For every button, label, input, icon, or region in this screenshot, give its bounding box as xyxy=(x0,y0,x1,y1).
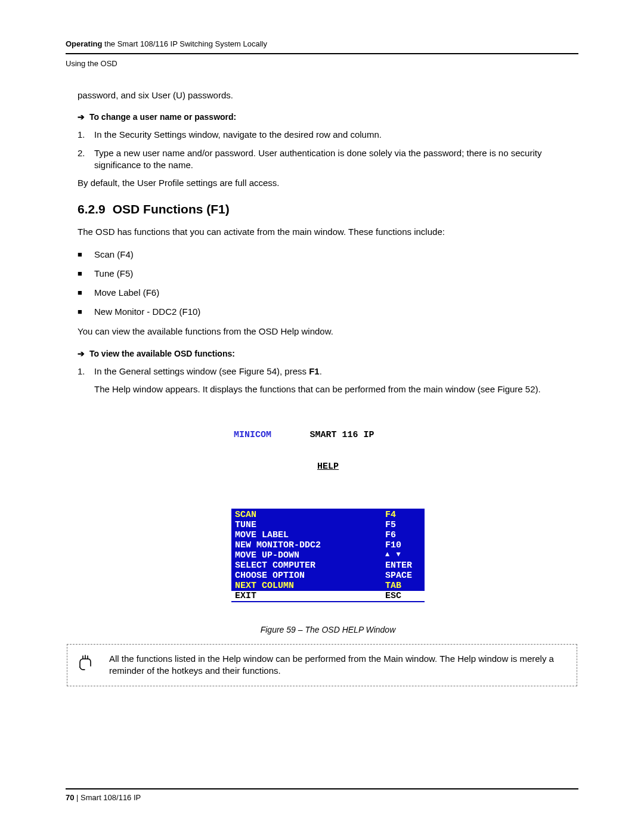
osd-row: NEW MONITOR-DDC2F10 xyxy=(235,540,421,550)
section-lead: The OSD has functions that you can activ… xyxy=(78,226,578,238)
change-steps: 1. In the Security Settings window, navi… xyxy=(78,129,578,171)
list-item: 2. Type a new user name and/or password.… xyxy=(78,147,578,172)
footer-rule xyxy=(66,788,578,789)
osd-list: SCANF4TUNEF5MOVE LABELF6NEW MONITOR-DDC2… xyxy=(231,509,425,602)
osd-row-key: F5 xyxy=(385,520,421,530)
intro-line: password, and six User (U) passwords. xyxy=(78,89,578,101)
osd-subtitle: HELP xyxy=(231,462,425,472)
osd-row-label: EXIT xyxy=(235,591,385,601)
step-number: 1. xyxy=(78,366,94,377)
function-list: ■Scan (F4) ■Tune (F5) ■Move Label (F6) ■… xyxy=(78,249,578,318)
square-bullet-icon: ■ xyxy=(78,268,94,279)
page-header: Operating the Smart 108/116 IP Switching… xyxy=(66,39,578,52)
note-box: All the functions listed in the Help win… xyxy=(67,644,577,686)
main-content: password, and six User (U) passwords. ➔ … xyxy=(66,89,578,634)
list-item: 1. In the General settings window (see F… xyxy=(78,366,578,377)
note-hand-icon xyxy=(76,653,95,675)
osd-row-label: TUNE xyxy=(235,520,385,530)
osd-row: TUNEF5 xyxy=(235,520,421,530)
view-steps: 1. In the General settings window (see F… xyxy=(78,366,578,377)
default-note: By default, the User Profile settings ar… xyxy=(78,177,578,189)
list-item: ■Tune (F5) xyxy=(78,268,578,279)
osd-row: SELECT COMPUTERENTER xyxy=(235,561,421,571)
osd-row-key: F4 xyxy=(385,510,421,520)
osd-figure: MINICOM SMART 116 IP HELP SCANF4TUNEF5MO… xyxy=(78,406,578,634)
square-bullet-icon: ■ xyxy=(78,249,94,260)
osd-row-label: MOVE UP-DOWN xyxy=(235,550,385,561)
section-number: 6.2.9 xyxy=(78,202,106,216)
change-heading: ➔ To change a user name or password: xyxy=(78,112,578,122)
osd-row: MOVE LABELF6 xyxy=(235,530,421,540)
osd-row: NEXT COLUMNTAB xyxy=(235,581,421,591)
page-number: 70 xyxy=(66,793,74,802)
osd-row-key: SPACE xyxy=(385,571,421,581)
osd-row-label: NEXT COLUMN xyxy=(235,581,385,591)
footer-sep: | xyxy=(74,793,80,802)
footer-doc: Smart 108/116 IP xyxy=(80,793,141,802)
osd-row-label: CHOOSE OPTION xyxy=(235,571,385,581)
osd-row-key: ▲ ▼ xyxy=(385,550,421,561)
osd-row-label: SELECT COMPUTER xyxy=(235,561,385,571)
osd-row-key: ESC xyxy=(385,591,421,601)
section-heading: 6.2.9OSD Functions (F1) xyxy=(78,202,578,216)
osd-title-bar: MINICOM SMART 116 IP HELP xyxy=(231,410,425,492)
section-title: OSD Functions (F1) xyxy=(113,202,230,216)
osd-row-label: MOVE LABEL xyxy=(235,530,385,540)
osd-title: SMART 116 IP xyxy=(271,430,425,440)
osd-row-key: TAB xyxy=(385,581,421,591)
figure-caption: Figure 59 – The OSD HELP Window xyxy=(78,625,578,634)
after-list: You can view the available functions fro… xyxy=(78,326,578,337)
square-bullet-icon: ■ xyxy=(78,306,94,317)
page-footer: 70 | Smart 108/116 IP xyxy=(66,788,578,802)
osd-row-label: SCAN xyxy=(235,510,385,520)
osd-row: SCANF4 xyxy=(235,510,421,520)
osd-row-label: NEW MONITOR-DDC2 xyxy=(235,540,385,550)
header-bold: Operating xyxy=(66,39,102,48)
step-number: 1. xyxy=(78,129,94,141)
osd-window: MINICOM SMART 116 IP HELP SCANF4TUNEF5MO… xyxy=(227,406,429,620)
step-number: 2. xyxy=(78,147,94,172)
help-para: The Help window appears. It displays the… xyxy=(78,383,578,395)
osd-brand: MINICOM xyxy=(231,430,271,440)
osd-row: CHOOSE OPTIONSPACE xyxy=(235,571,421,581)
list-item: 1. In the Security Settings window, navi… xyxy=(78,129,578,141)
header-rest: the Smart 108/116 IP Switching System Lo… xyxy=(102,39,267,48)
list-item: ■New Monitor - DDC2 (F10) xyxy=(78,306,578,317)
note-text: All the functions listed in the Help win… xyxy=(109,653,566,677)
header-rule xyxy=(66,53,578,54)
list-item: ■Scan (F4) xyxy=(78,249,578,260)
osd-row-key: ENTER xyxy=(385,561,421,571)
osd-row-exit: EXITESC xyxy=(231,591,425,601)
osd-row-key: F10 xyxy=(385,540,421,550)
square-bullet-icon: ■ xyxy=(78,287,94,298)
header-sub: Using the OSD xyxy=(66,59,578,68)
osd-row-key: F6 xyxy=(385,530,421,540)
arrow-right-icon: ➔ xyxy=(78,112,87,122)
list-item: ■Move Label (F6) xyxy=(78,287,578,298)
arrow-right-icon: ➔ xyxy=(78,349,87,358)
view-heading: ➔ To view the available OSD functions: xyxy=(78,349,578,358)
osd-row: MOVE UP-DOWN▲ ▼ xyxy=(235,550,421,561)
